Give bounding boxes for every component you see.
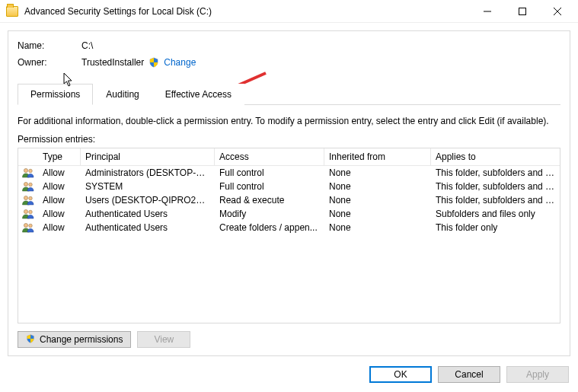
dialog-buttons: OK Cancel Apply (369, 366, 569, 383)
header-applies[interactable]: Applies to (431, 148, 560, 165)
titlebar: Advanced Security Settings for Local Dis… (0, 0, 578, 23)
cell-applies: This folder, subfolders and files (431, 193, 560, 207)
svg-point-14 (29, 224, 33, 228)
owner-label: Owner: (18, 57, 81, 68)
owner-row: Owner: TrustedInstaller Change (18, 57, 560, 68)
window-controls (470, 1, 575, 22)
cell-inherited: None (324, 166, 431, 180)
table-header: Type Principal Access Inherited from App… (18, 148, 560, 166)
cell-access: Read & execute (215, 193, 324, 207)
entries-label: Permission entries: (18, 134, 560, 145)
shield-icon (148, 57, 159, 68)
users-icon (18, 180, 38, 193)
cell-type: Allow (38, 193, 81, 207)
cell-applies: This folder, subfolders and files (431, 180, 560, 193)
svg-point-6 (29, 169, 33, 173)
cell-principal: Authenticated Users (81, 207, 215, 221)
name-row: Name: C:\ (18, 40, 560, 51)
svg-point-13 (24, 223, 27, 227)
cancel-button[interactable]: Cancel (438, 366, 500, 383)
table-row[interactable]: Allow Administrators (DESKTOP-QIP... Ful… (18, 166, 560, 180)
cell-type: Allow (38, 180, 81, 193)
tab-permissions[interactable]: Permissions (18, 84, 93, 105)
cell-principal: Authenticated Users (81, 221, 215, 234)
tab-bar: Permissions Auditing Effective Access (18, 83, 560, 105)
svg-point-10 (29, 196, 33, 200)
svg-point-8 (29, 183, 33, 186)
table-row[interactable]: Allow Authenticated Users Modify None Su… (18, 207, 560, 221)
ok-button[interactable]: OK (369, 366, 432, 383)
cell-inherited: None (324, 207, 431, 221)
apply-button: Apply (506, 366, 569, 383)
cell-inherited: None (324, 221, 431, 234)
table-row[interactable]: Allow SYSTEM Full control None This fold… (18, 180, 560, 193)
svg-point-5 (24, 168, 27, 172)
users-icon (18, 207, 38, 221)
header-type[interactable]: Type (38, 148, 81, 165)
shield-icon (26, 334, 37, 345)
header-inherited[interactable]: Inherited from (324, 148, 431, 165)
svg-point-11 (24, 209, 27, 213)
view-button: View (137, 331, 190, 348)
permission-entries-table[interactable]: Type Principal Access Inherited from App… (18, 148, 560, 323)
change-owner-link[interactable]: Change (164, 57, 196, 68)
svg-point-7 (24, 182, 27, 186)
minimize-button[interactable] (470, 1, 505, 22)
table-row[interactable]: Allow Users (DESKTOP-QIPRO2K\Us... Read … (18, 193, 560, 207)
cell-inherited: None (324, 193, 431, 207)
cell-principal: Administrators (DESKTOP-QIP... (81, 166, 215, 180)
cell-applies: This folder, subfolders and files (431, 166, 560, 180)
cell-type: Allow (38, 221, 81, 234)
cell-access: Modify (215, 207, 324, 221)
change-permissions-button[interactable]: Change permissions (18, 331, 131, 348)
cell-type: Allow (38, 207, 81, 221)
cell-applies: Subfolders and files only (431, 207, 560, 221)
name-value: C:\ (81, 40, 93, 51)
header-principal[interactable]: Principal (81, 148, 215, 165)
svg-rect-1 (519, 8, 526, 14)
tab-effective-access[interactable]: Effective Access (152, 84, 244, 105)
cell-principal: Users (DESKTOP-QIPRO2K\Us... (81, 193, 215, 207)
maximize-button[interactable] (505, 1, 540, 22)
header-access[interactable]: Access (215, 148, 324, 165)
window-title: Advanced Security Settings for Local Dis… (24, 6, 212, 17)
users-icon (18, 221, 38, 234)
svg-point-9 (24, 196, 27, 199)
main-panel: Name: C:\ Owner: TrustedInstaller Change (8, 30, 570, 356)
cell-access: Full control (215, 180, 324, 193)
cell-principal: SYSTEM (81, 180, 215, 193)
close-button[interactable] (540, 1, 575, 22)
users-icon (18, 193, 38, 207)
cell-access: Create folders / appen... (215, 221, 324, 234)
tab-auditing[interactable]: Auditing (93, 84, 152, 105)
name-label: Name: (18, 40, 81, 51)
cell-inherited: None (324, 180, 431, 193)
svg-point-12 (29, 210, 33, 214)
cell-access: Full control (215, 166, 324, 180)
owner-value: TrustedInstaller (81, 57, 144, 68)
cell-applies: This folder only (431, 221, 560, 234)
cell-type: Allow (38, 166, 81, 180)
info-text: For additional information, double-click… (18, 116, 560, 126)
folder-icon (6, 6, 18, 17)
users-icon (18, 166, 38, 180)
table-row[interactable]: Allow Authenticated Users Create folders… (18, 221, 560, 234)
